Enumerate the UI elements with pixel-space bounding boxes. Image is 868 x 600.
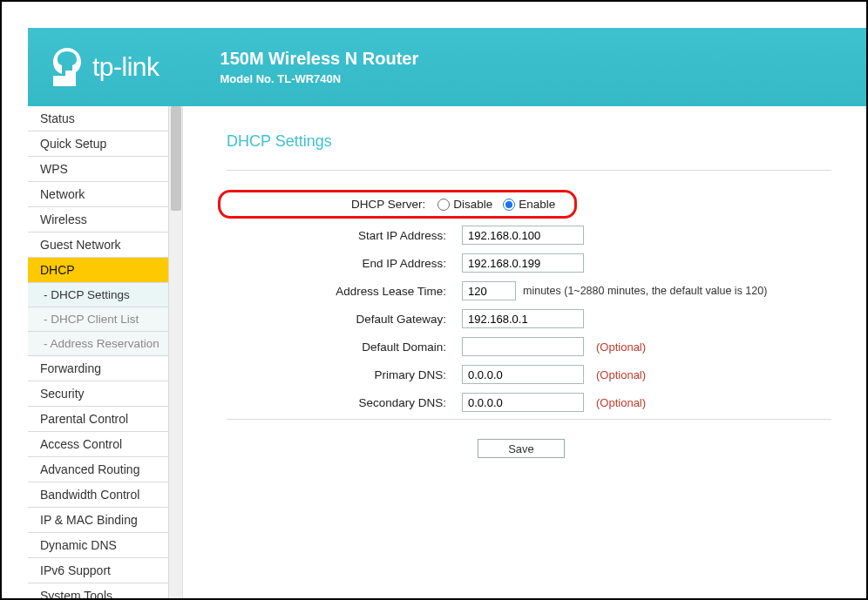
divider — [227, 419, 831, 420]
default-domain-input[interactable] — [462, 337, 584, 356]
label-lease-time: Address Lease Time: — [227, 285, 462, 298]
header-titles: 150M Wireless N Router Model No. TL-WR74… — [220, 49, 419, 85]
sidebar-item-dhcp[interactable]: DHCP — [28, 258, 168, 283]
divider — [227, 170, 831, 171]
sidebar-item-dhcp-settings[interactable]: - DHCP Settings — [28, 283, 168, 307]
secondary-dns-input[interactable] — [462, 393, 584, 412]
label-secondary-dns: Secondary DNS: — [227, 396, 462, 409]
svg-rect-1 — [65, 71, 76, 86]
sidebar-item-dhcp-client-list[interactable]: - DHCP Client List — [28, 307, 168, 332]
sidebar-item-address-reservation[interactable]: - Address Reservation — [28, 332, 168, 356]
brand-logo: tp-link — [49, 46, 159, 88]
save-button[interactable]: Save — [478, 439, 565, 458]
sidebar-item-system-tools[interactable]: System Tools — [28, 583, 168, 598]
label-primary-dns: Primary DNS: — [227, 368, 462, 381]
sidebar-item-parental-control[interactable]: Parental Control — [28, 407, 168, 432]
model-number: Model No. TL-WR740N — [220, 72, 419, 85]
label-end-ip: End IP Address: — [227, 257, 462, 270]
default-gateway-input[interactable] — [462, 309, 584, 328]
sidebar-item-ip-mac-binding[interactable]: IP & MAC Binding — [28, 508, 168, 533]
dhcp-form: DHCP Server: Disable Enable — [227, 190, 831, 414]
label-default-gateway: Default Gateway: — [227, 313, 462, 326]
sidebar-item-access-control[interactable]: Access Control — [28, 432, 168, 457]
optional-hint: (Optional) — [596, 340, 646, 354]
lease-time-input[interactable] — [462, 281, 516, 300]
sidebar-scrollbar[interactable] — [169, 106, 183, 598]
end-ip-input[interactable] — [462, 253, 584, 273]
sidebar-item-advanced-routing[interactable]: Advanced Routing — [28, 457, 168, 482]
sidebar-item-wps[interactable]: WPS — [28, 157, 168, 182]
brand-name: tp-link — [92, 52, 159, 82]
label-dhcp-server: DHCP Server: — [351, 198, 425, 211]
header: tp-link 150M Wireless N Router Model No.… — [28, 28, 866, 106]
primary-dns-input[interactable] — [462, 365, 584, 384]
page-title: DHCP Settings — [227, 132, 831, 151]
optional-hint: (Optional) — [596, 396, 646, 409]
radio-circle-checked-icon — [503, 199, 515, 211]
svg-rect-0 — [53, 76, 65, 86]
sidebar-item-forwarding[interactable]: Forwarding — [28, 356, 168, 381]
sidebar-item-dynamic-dns[interactable]: Dynamic DNS — [28, 533, 168, 558]
product-title: 150M Wireless N Router — [220, 49, 419, 69]
sidebar-item-wireless[interactable]: Wireless — [28, 207, 168, 233]
lease-time-hint: minutes (1~2880 minutes, the default val… — [523, 285, 767, 297]
sidebar-item-status[interactable]: Status — [28, 106, 168, 131]
row-dhcp-server: DHCP Server: Disable Enable — [227, 190, 831, 219]
sidebar-item-security[interactable]: Security — [28, 381, 168, 407]
scrollbar-thumb[interactable] — [171, 106, 181, 211]
highlight-annotation: DHCP Server: Disable Enable — [218, 190, 577, 219]
sidebar: StatusQuick SetupWPSNetworkWirelessGuest… — [28, 106, 169, 598]
sidebar-item-bandwidth-control[interactable]: Bandwidth Control — [28, 482, 168, 508]
tp-link-logo-icon — [49, 46, 85, 88]
sidebar-item-quick-setup[interactable]: Quick Setup — [28, 131, 168, 157]
main-content: DHCP Settings DHCP Server: Disable — [183, 106, 866, 598]
radio-enable[interactable]: Enable — [503, 198, 555, 211]
radio-disable[interactable]: Disable — [437, 198, 492, 211]
sidebar-item-network[interactable]: Network — [28, 182, 168, 207]
start-ip-input[interactable] — [462, 226, 584, 245]
optional-hint: (Optional) — [596, 368, 646, 381]
radio-circle-icon — [437, 199, 450, 211]
sidebar-item-guest-network[interactable]: Guest Network — [28, 233, 168, 258]
sidebar-item-ipv6-support[interactable]: IPv6 Support — [28, 558, 168, 583]
label-default-domain: Default Domain: — [227, 340, 462, 354]
label-start-ip: Start IP Address: — [227, 229, 462, 242]
